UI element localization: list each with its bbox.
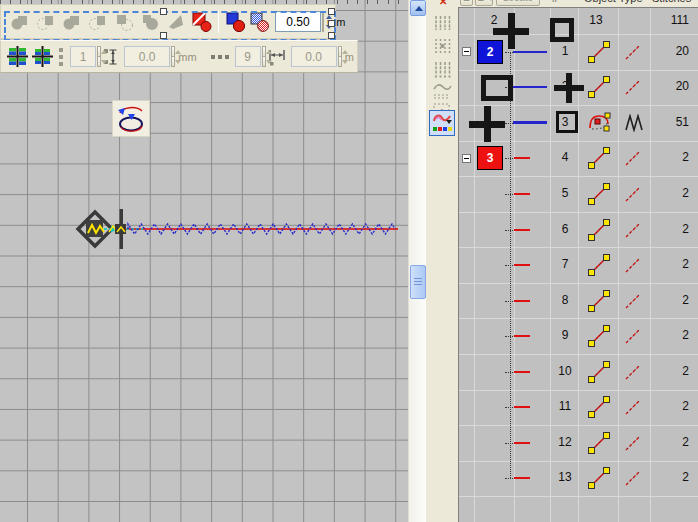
object-number: 12 [547, 435, 583, 449]
scrollbar-thumb[interactable] [410, 265, 426, 299]
simplify-icon[interactable] [87, 11, 109, 33]
object-input-icon-manual [586, 288, 612, 318]
object-input-icon-manual [586, 359, 612, 389]
color-line-sample [514, 300, 530, 302]
object-input-icon-manual [586, 430, 612, 460]
object-number: 7 [547, 257, 583, 271]
object-number: 6 [547, 222, 583, 236]
row-separator [459, 141, 698, 142]
toolbar-separator [218, 11, 219, 33]
close-icon[interactable]: ✕ [439, 0, 453, 6]
object-number: 11 [547, 399, 583, 413]
width-spinner[interactable] [338, 46, 342, 67]
expand-collapse-button[interactable] [462, 154, 471, 163]
back-minus-front-icon[interactable] [139, 11, 161, 33]
object-input-icon-manual [586, 181, 612, 211]
shaping-toolbar: mm [0, 4, 336, 39]
object-number: 10 [547, 364, 583, 378]
scroll-up-arrow[interactable] [410, 0, 426, 16]
align-centers-both-icon[interactable] [32, 46, 53, 67]
selection-handle-bottom-center[interactable] [160, 32, 167, 39]
application-window: mm mm m [0, 0, 698, 522]
summary-object-count: 13 [584, 13, 608, 27]
repeat-spinner[interactable] [262, 46, 266, 67]
count-value-input[interactable] [70, 46, 96, 67]
toolbar-grip-icon [57, 47, 65, 67]
stitch-count: 2 [639, 470, 689, 484]
row-separator [459, 461, 698, 462]
object-input-icon-manual [586, 74, 612, 104]
summary-color-count: 2 [484, 13, 504, 27]
count-spinner[interactable] [97, 46, 101, 67]
contour-fill-icon[interactable] [430, 80, 454, 102]
offset-spinner[interactable] [322, 11, 324, 32]
sort-up-button[interactable]: ▲ [460, 0, 473, 6]
selection-handle-top-right[interactable] [328, 8, 335, 15]
object-number: 8 [547, 293, 583, 307]
object-list-body[interactable]: 2 13 111 1202203514252627282921021121221… [458, 7, 698, 522]
color-line-sample [514, 229, 530, 231]
row-separator [459, 70, 698, 71]
stitch-run-object[interactable] [73, 205, 405, 253]
object-thumbnail-square [481, 75, 513, 101]
selection-handle-top-center[interactable] [160, 8, 167, 15]
align-centers-icon[interactable] [7, 46, 28, 67]
color-object-list-icon[interactable] [429, 110, 455, 136]
selection-handle-bottom-right[interactable] [328, 32, 335, 39]
docked-toolstrip: ✕ [426, 0, 458, 522]
outline-split-color-icon[interactable] [191, 11, 212, 32]
width-value-input[interactable] [291, 46, 337, 67]
pattern-fill-color-icon[interactable] [250, 11, 270, 32]
object-input-icon-manual [586, 394, 612, 424]
color-line-sample [514, 406, 530, 408]
selection-handle-right-middle[interactable] [328, 20, 335, 27]
canvas-vertical-scrollbar[interactable] [408, 0, 427, 522]
color-line-sample [513, 121, 547, 124]
trim-icon[interactable] [35, 11, 57, 33]
panel-header-clipped: ▲ ▲▼ Locate # Object Type Stitches [458, 0, 698, 7]
object-input-icon-manual [586, 465, 612, 495]
intersect-icon[interactable] [61, 11, 83, 33]
locate-button[interactable]: Locate [496, 0, 540, 6]
stitch-count: 2 [639, 257, 689, 271]
color-line-sample [514, 264, 530, 266]
color-object-list-panel: ▲ ▲▼ Locate # Object Type Stitches 2 13 … [458, 0, 698, 522]
row-separator [459, 176, 698, 177]
sort-updown-button[interactable]: ▲▼ [475, 0, 493, 6]
color-line-sample [514, 442, 530, 444]
weld-icon[interactable] [9, 11, 31, 33]
stitch-count: 20 [639, 44, 689, 58]
object-input-icon-manual [586, 252, 612, 282]
pattern-fill-icon[interactable] [430, 35, 454, 57]
color-line-sample [513, 86, 547, 88]
satin-fill-icon[interactable] [430, 12, 454, 34]
row-separator [459, 283, 698, 284]
color-line-sample [513, 51, 547, 53]
color-line-sample [514, 477, 530, 479]
column-header-number: # [552, 0, 558, 4]
stitch-count: 2 [639, 222, 689, 236]
object-input-icon-manual [586, 145, 612, 175]
expand-collapse-button[interactable] [462, 47, 471, 56]
motif-fill-icon[interactable] [430, 58, 454, 80]
design-canvas[interactable] [0, 0, 409, 522]
row-separator [459, 105, 698, 106]
object-number: 9 [547, 328, 583, 342]
row-separator [459, 425, 698, 426]
offset-value-input[interactable] [275, 11, 321, 32]
front-minus-back-icon[interactable] [113, 11, 135, 33]
stitch-count: 2 [639, 435, 689, 449]
color-block-3[interactable]: 3 [477, 146, 503, 170]
repeat-value-input[interactable] [235, 46, 261, 67]
color-block-2[interactable]: 2 [477, 40, 503, 64]
spacing-value-input[interactable] [124, 46, 170, 67]
stitch-count: 2 [639, 328, 689, 342]
spacing-spinner[interactable] [171, 46, 175, 67]
object-number: 4 [547, 150, 583, 164]
boundary-icon[interactable] [165, 11, 187, 33]
column-separator [474, 8, 475, 522]
fill-and-outline-color-icon[interactable] [225, 11, 246, 32]
column-header-object-type: Object Type [584, 0, 643, 4]
object-number: 5 [547, 186, 583, 200]
stitch-count: 2 [639, 150, 689, 164]
